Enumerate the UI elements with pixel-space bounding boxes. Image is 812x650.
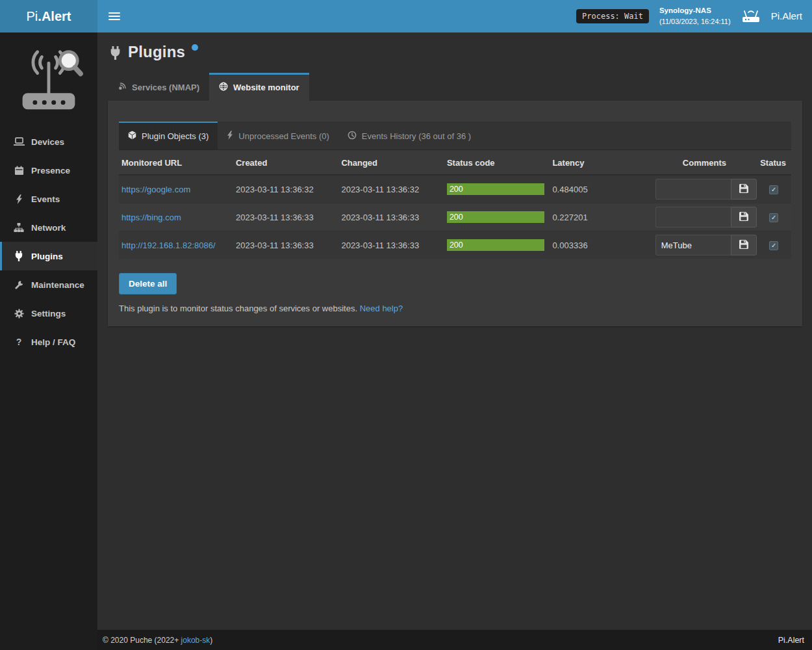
col-comments: Comments [653,151,757,175]
main-content: Plugins Services (NMAP) Website monitor … [97,32,812,650]
latency-cell: 0.484005 [550,175,652,203]
created-cell: 2023-03-11 13:36:33 [233,203,338,231]
comment-cell [653,231,757,259]
status-checkbox[interactable]: ✓ [769,185,778,194]
sidebar-item-devices[interactable]: Devices [0,127,97,156]
save-icon [739,184,748,195]
tab-services-nmap[interactable]: Services (NMAP) [108,73,209,101]
comment-input[interactable] [655,207,731,228]
sidebar-item-maintenance[interactable]: Maintenance [0,270,97,299]
comment-cell [653,203,757,231]
jokob-sk-link[interactable]: jokob-sk [181,636,210,645]
hamburger-icon [108,12,120,14]
col-status: Status [757,151,791,175]
tab-website-monitor[interactable]: Website monitor [209,73,309,101]
sidebar-item-settings[interactable]: Settings [0,299,97,328]
globe-icon [219,82,228,93]
check-icon: ✓ [771,214,776,221]
changed-cell: 2023-03-11 13:36:33 [338,231,444,259]
comment-input[interactable] [655,179,731,200]
description-text: This plugin is to monitor status changes… [119,304,357,313]
bolt-icon [13,194,25,204]
tab-label: Events History (36 out of 36 ) [362,131,471,141]
clock-icon [348,131,357,142]
calendar-icon [13,166,25,176]
router-icon [741,8,761,24]
brand-text-regular: Pi [27,9,38,24]
delete-all-button[interactable]: Delete all [119,273,177,294]
status-cell: ✓ [757,175,791,203]
plugin-tabs: Services (NMAP) Website monitor [108,73,802,101]
status-cell: ✓ [757,231,791,259]
status-cell: ✓ [757,203,791,231]
wrench-icon [13,280,25,290]
changed-cell: 2023-03-11 13:36:32 [338,175,444,203]
sidebar: Devices Presence Events Network Plugins … [0,32,97,650]
status-checkbox[interactable]: ✓ [769,241,778,250]
status-code-bar: 200 [447,211,544,223]
question-icon: ? [13,337,25,347]
table-row: https://google.com 2023-03-11 13:36:32 2… [119,175,791,203]
sidebar-item-label: Settings [31,309,66,318]
save-comment-button[interactable] [731,235,757,255]
footer: © 2020 Puche (2022+ jokob-sk) Pi.Alert [97,630,812,650]
sidebar-item-presence[interactable]: Presence [0,156,97,185]
tab-events-history[interactable]: Events History (36 out of 36 ) [338,122,480,150]
navbar-right: Process: Wait Synology-NAS (11/03/2023, … [576,5,802,28]
save-icon [739,212,748,223]
table-row: http://192.168.1.82:8086/ 2023-03-11 13:… [119,231,791,259]
comment-input[interactable] [655,235,731,255]
sidebar-item-network[interactable]: Network [0,213,97,242]
top-header: Pi.Alert Process: Wait Synology-NAS (11/… [0,0,812,32]
process-status-badge: Process: Wait [576,9,649,23]
save-icon [739,240,748,251]
brand-text-bold: .Alert [38,9,71,24]
device-name: Synology-NAS [659,5,731,17]
check-icon: ✓ [771,242,776,249]
gear-icon [13,309,25,318]
latency-cell: 0.227201 [550,203,652,231]
tab-unprocessed-events[interactable]: Unprocessed Events (0) [218,122,338,150]
save-comment-button[interactable] [731,207,757,228]
col-created: Created [233,151,338,175]
sidebar-item-label: Events [31,194,60,204]
page-title-row: Plugins [108,40,802,62]
cube-icon [128,131,136,142]
sidebar-item-label: Devices [31,137,64,147]
footer-text-prefix: © 2020 Puche (2022+ [103,636,181,645]
sidebar-item-label: Help / FAQ [31,337,75,347]
title-info-badge[interactable] [192,44,198,51]
sidebar-item-events[interactable]: Events [0,185,97,213]
monitored-url-link[interactable]: https://google.com [121,185,190,194]
sidebar-item-plugins[interactable]: Plugins [0,242,97,270]
status-code-bar: 200 [447,239,544,251]
comment-cell [653,175,757,203]
sidebar-item-help-faq[interactable]: ? Help / FAQ [0,328,97,356]
pialert-logo [0,32,97,124]
services-icon [118,82,127,93]
status-code-cell: 200 [444,203,550,231]
sidebar-item-label: Presence [31,166,70,176]
monitored-url-link[interactable]: http://192.168.1.82:8086/ [121,240,216,250]
col-monitored-url: Monitored URL [119,151,233,175]
plugin-objects-table: Monitored URL Created Changed Status cod… [119,151,791,259]
footer-credits: © 2020 Puche (2022+ jokob-sk) [103,636,212,645]
save-comment-button[interactable] [731,179,757,200]
latency-cell: 0.003336 [550,231,652,259]
need-help-link[interactable]: Need help? [360,304,403,313]
table-row: https://bing.com 2023-03-11 13:36:33 202… [119,203,791,231]
monitored-url-cell: https://bing.com [119,203,233,231]
monitored-url-link[interactable]: https://bing.com [121,213,181,222]
check-icon: ✓ [771,186,776,193]
tab-label: Services (NMAP) [132,83,199,92]
app-name: Pi.Alert [771,10,802,21]
sidebar-nav: Devices Presence Events Network Plugins … [0,127,97,356]
status-checkbox[interactable]: ✓ [769,213,778,222]
monitored-url-cell: http://192.168.1.82:8086/ [119,231,233,259]
brand-logo[interactable]: Pi.Alert [0,0,97,32]
changed-cell: 2023-03-11 13:36:33 [338,203,444,231]
tab-plugin-objects[interactable]: Plugin Objects (3) [119,122,218,150]
laptop-icon [13,137,25,146]
sidebar-toggle-button[interactable] [108,8,120,24]
col-latency: Latency [550,151,652,175]
